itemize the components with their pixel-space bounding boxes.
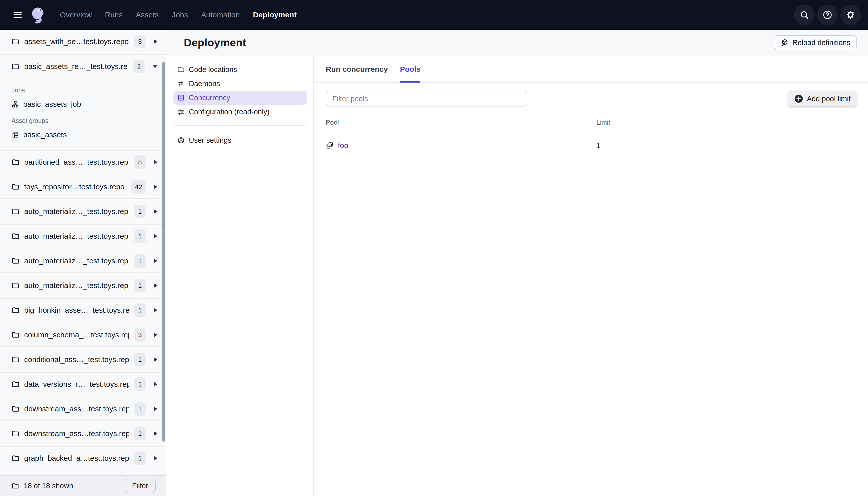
settings-nav-daemons[interactable]: Daemons xyxy=(173,77,307,91)
chevron-right-icon[interactable] xyxy=(154,308,157,312)
code-location-label: data_versions_r…_test.toys.rep xyxy=(24,380,129,388)
code-location-row[interactable]: column_schema_…test.toys.rep 3 xyxy=(0,323,166,347)
count-badge: 1 xyxy=(134,254,146,268)
code-location-label: auto_materializ…_test.toys.rep xyxy=(24,281,129,290)
nav-jobs[interactable]: Jobs xyxy=(172,11,188,19)
pool-link-foo[interactable]: foo xyxy=(338,141,348,150)
add-pool-limit-label: Add pool limit xyxy=(807,95,851,103)
asset-group-item[interactable]: basic_assets xyxy=(12,128,160,141)
code-location-row[interactable]: auto_materializ…_test.toys.rep 1 xyxy=(0,249,166,273)
chevron-right-icon[interactable] xyxy=(154,160,157,165)
chevron-right-icon[interactable] xyxy=(154,431,157,436)
code-location-row[interactable]: conditional_ass…_test.toys.rep 1 xyxy=(0,348,166,371)
code-location-label: big_honkin_asse…_test.toys.rep xyxy=(24,306,129,314)
code-location-sidebar: assets_with_se…test.toys.repo 3 basic_as… xyxy=(0,30,166,496)
hamburger-menu-icon[interactable] xyxy=(12,9,23,20)
folder-icon xyxy=(12,356,20,363)
chevron-right-icon[interactable] xyxy=(154,357,157,362)
count-badge: 1 xyxy=(134,353,146,366)
folder-icon xyxy=(12,380,20,388)
nav-actions xyxy=(794,4,861,25)
code-location-label: downstream_ass…test.toys.rep xyxy=(24,429,129,438)
code-location-label: basic_assets_re…_test.toys.rep xyxy=(24,62,128,71)
add-pool-limit-button[interactable]: Add pool limit xyxy=(788,91,857,107)
chevron-right-icon[interactable] xyxy=(154,382,157,386)
nav-overview[interactable]: Overview xyxy=(60,11,92,19)
code-location-row[interactable]: graph_backed_a…test.toys.rep 1 xyxy=(0,446,166,470)
settings-nav-label: Code locations xyxy=(189,65,237,74)
sidebar-footer: 18 of 18 shown Filter xyxy=(0,475,166,496)
settings-nav-configuration[interactable]: Configuration (read-only) xyxy=(173,105,307,119)
code-location-row[interactable]: partitioned_ass…_test.toys.rep 5 xyxy=(0,150,166,174)
count-badge: 2 xyxy=(133,60,145,73)
folder-icon xyxy=(12,158,20,166)
code-location-row[interactable]: auto_materializ…_test.toys.rep 1 xyxy=(0,274,166,297)
chevron-right-icon[interactable] xyxy=(154,209,157,214)
chevron-right-icon[interactable] xyxy=(154,456,157,461)
count-badge: 1 xyxy=(134,205,146,218)
chevron-right-icon[interactable] xyxy=(154,185,157,189)
top-navigation-bar: Overview Runs Assets Jobs Automation Dep… xyxy=(0,0,868,30)
chevron-right-icon[interactable] xyxy=(154,259,157,263)
count-badge: 1 xyxy=(134,402,146,416)
nav-assets[interactable]: Assets xyxy=(136,11,159,19)
deployment-header: Deployment Reload definitions xyxy=(166,30,868,56)
job-icon xyxy=(12,100,19,108)
code-location-row[interactable]: toys_repositor…test.toys.repo 42 xyxy=(0,175,166,199)
nav-runs[interactable]: Runs xyxy=(105,11,123,19)
settings-button[interactable] xyxy=(840,4,861,25)
section-title-jobs: Jobs xyxy=(12,87,160,94)
count-badge: 3 xyxy=(134,328,146,342)
folder-icon xyxy=(177,66,185,73)
reload-definitions-label: Reload definitions xyxy=(792,38,850,47)
tab-run-concurrency[interactable]: Run concurrency xyxy=(326,56,388,82)
code-location-row[interactable]: data_versions_r…_test.toys.rep 1 xyxy=(0,372,166,396)
asset-group-label: basic_assets xyxy=(23,130,67,139)
job-item[interactable]: basic_assets_job xyxy=(12,97,160,111)
count-badge: 1 xyxy=(134,279,146,292)
code-location-row[interactable]: auto_materializ…_test.toys.rep 1 xyxy=(0,200,166,223)
chevron-right-icon[interactable] xyxy=(154,39,157,44)
table-row: foo 1 xyxy=(314,130,868,161)
count-badge: 42 xyxy=(131,180,146,193)
chevron-right-icon[interactable] xyxy=(154,407,157,411)
concurrency-tabs: Run concurrency Pools xyxy=(314,56,868,82)
search-icon xyxy=(799,10,809,20)
code-location-row[interactable]: downstream_ass…test.toys.rep 1 xyxy=(0,422,166,445)
dagster-octopus-logo[interactable] xyxy=(29,6,47,24)
code-location-label: partitioned_ass…_test.toys.rep xyxy=(24,158,129,167)
settings-nav-label: User settings xyxy=(189,136,231,144)
code-location-row[interactable]: auto_materializ…_test.toys.rep 1 xyxy=(0,224,166,248)
reload-definitions-button[interactable]: Reload definitions xyxy=(774,35,857,50)
chevron-down-icon[interactable] xyxy=(153,65,157,68)
filter-pools-input[interactable] xyxy=(326,91,527,107)
settings-nav-user-settings[interactable]: User settings xyxy=(173,133,307,147)
section-title-asset-groups: Asset groups xyxy=(12,117,160,124)
filter-button[interactable]: Filter xyxy=(125,479,156,493)
pools-table: Pool Limit foo 1 xyxy=(314,115,868,161)
settings-nav-concurrency[interactable]: Concurrency xyxy=(173,91,307,105)
settings-nav-code-locations[interactable]: Code locations xyxy=(173,62,307,77)
nav-deployment[interactable]: Deployment xyxy=(253,11,297,19)
folder-icon xyxy=(12,257,20,265)
expanded-code-location-content: Jobs basic_assets_job Asset groups basic… xyxy=(0,78,166,149)
plus-circle-icon xyxy=(794,94,803,103)
chevron-right-icon[interactable] xyxy=(154,234,157,238)
sidebar-scrollbar[interactable] xyxy=(162,62,165,441)
tab-pools[interactable]: Pools xyxy=(400,56,421,82)
daemons-icon xyxy=(177,80,185,87)
code-location-row[interactable]: basic_assets_re…_test.toys.rep 2 xyxy=(0,55,166,78)
code-location-row[interactable]: downstream_ass…test.toys.rep 1 xyxy=(0,397,166,421)
search-button[interactable] xyxy=(794,4,815,25)
chevron-right-icon[interactable] xyxy=(154,332,157,337)
pools-filter-row: Add pool limit xyxy=(314,82,868,115)
pool-limit-value: 1 xyxy=(589,130,868,161)
count-badge: 1 xyxy=(134,229,146,243)
chevron-right-icon[interactable] xyxy=(154,283,157,288)
pool-icon xyxy=(326,141,334,150)
help-button[interactable] xyxy=(817,4,838,25)
code-location-row[interactable]: big_honkin_asse…_test.toys.rep 1 xyxy=(0,298,166,322)
nav-automation[interactable]: Automation xyxy=(201,11,240,19)
code-location-row[interactable]: assets_with_se…test.toys.repo 3 xyxy=(0,30,166,53)
code-location-label: downstream_ass…test.toys.rep xyxy=(24,405,129,413)
